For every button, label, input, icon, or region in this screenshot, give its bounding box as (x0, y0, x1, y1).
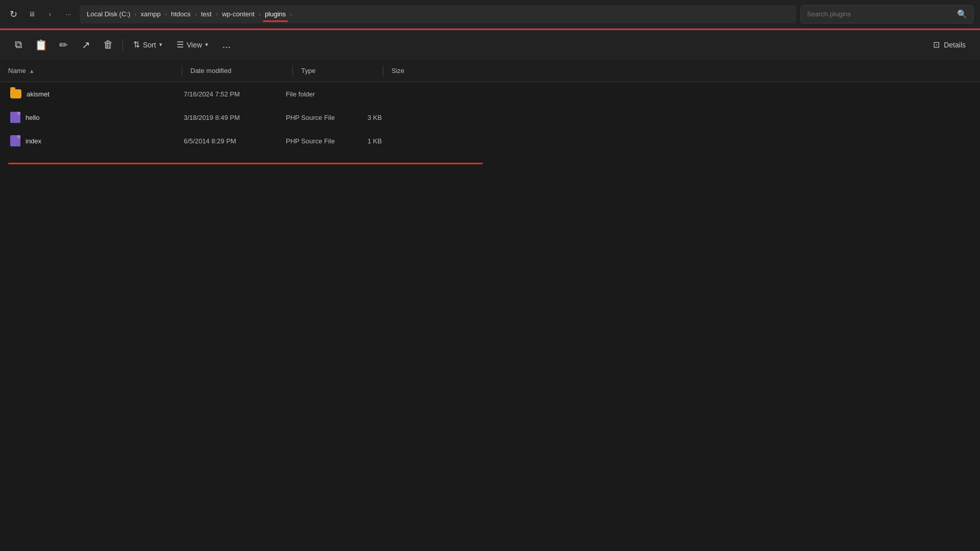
breadcrumb-sep-3: › (215, 10, 219, 18)
file-type-cell: PHP Source File (286, 137, 368, 145)
file-name-cell: index (10, 135, 184, 146)
toolbar: ⧉ 📋 ✏ ↗ 🗑 ⇅ Sort ▾ ☰ View ▾ ... ⊡ Detail… (0, 30, 980, 60)
share-button[interactable]: ↗ (76, 35, 96, 55)
sort-button[interactable]: ⇅ Sort ▾ (127, 35, 168, 55)
more-options-button[interactable]: ... (216, 35, 237, 55)
col-header-type[interactable]: Type (301, 67, 383, 74)
refresh-button[interactable]: ↻ (6, 7, 20, 21)
breadcrumb-sep-4: › (258, 10, 262, 18)
file-date-cell: 6/5/2014 8:29 PM (184, 137, 286, 145)
sort-chevron-icon: ▾ (159, 41, 162, 48)
more-icon: ... (222, 39, 231, 51)
file-size-cell: 3 KB (368, 114, 429, 121)
file-type-cell: File folder (286, 90, 368, 98)
file-size-cell: 1 KB (368, 137, 429, 145)
view-chevron-icon: ▾ (205, 41, 208, 48)
body-red-underline (8, 163, 483, 164)
col-header-date[interactable]: Date modified (190, 67, 292, 74)
rename-icon: ✏ (59, 39, 68, 51)
col-divider-1 (182, 66, 182, 76)
copy-icon: ⧉ (15, 39, 22, 51)
view-icon: ☰ (177, 40, 184, 49)
search-input[interactable] (807, 10, 953, 18)
breadcrumb-sep-0: › (133, 10, 137, 18)
search-icon: 🔍 (957, 9, 967, 19)
breadcrumb-sep-2: › (193, 10, 198, 18)
body-red-line-container (0, 153, 980, 164)
sort-arrow-icon: ▲ (29, 68, 35, 74)
breadcrumb-xampp[interactable]: xampp (139, 9, 163, 19)
view-label: View (187, 41, 202, 49)
sort-icon: ⇅ (133, 40, 140, 49)
file-name-cell: hello (10, 112, 184, 123)
monitor-icon[interactable]: 🖥 (24, 7, 39, 21)
col-divider-2 (292, 66, 293, 76)
breadcrumb-wp-content[interactable]: wp-content (220, 9, 257, 19)
share-icon: ↗ (82, 39, 90, 51)
breadcrumb-local-disk[interactable]: Local Disk (C:) (85, 9, 132, 19)
breadcrumb-sep-5: › (289, 10, 293, 18)
col-name-label: Name (8, 67, 26, 74)
table-row[interactable]: akismet 7/16/2024 7:52 PM File folder (2, 83, 978, 105)
breadcrumb-bar: Local Disk (C:) › xampp › htdocs › test … (80, 5, 796, 23)
delete-button[interactable]: 🗑 (98, 35, 118, 55)
php-file-icon (10, 112, 20, 123)
titlebar: ↻ 🖥 › ··· Local Disk (C:) › xampp › htdo… (0, 0, 980, 29)
file-date-cell: 3/18/2019 8:49 PM (184, 114, 286, 121)
breadcrumb-plugins[interactable]: plugins (263, 9, 288, 19)
file-name-label: hello (26, 114, 39, 121)
table-row[interactable]: index 6/5/2014 8:29 PM PHP Source File 1… (2, 130, 978, 152)
folder-icon (10, 89, 21, 98)
file-type-cell: PHP Source File (286, 114, 368, 121)
file-date-cell: 7/16/2024 7:52 PM (184, 90, 286, 98)
file-list-header: Name ▲ Date modified Type Size (0, 60, 980, 82)
sort-label: Sort (143, 41, 156, 49)
trash-icon: 🗑 (103, 39, 113, 51)
breadcrumb-sep-1: › (164, 10, 168, 18)
table-row[interactable]: hello 3/18/2019 8:49 PM PHP Source File … (2, 106, 978, 129)
details-label: Details (944, 41, 966, 49)
col-header-name[interactable]: Name ▲ (8, 67, 182, 74)
chevron-right-icon: › (43, 7, 57, 21)
paste-button[interactable]: 📋 (31, 35, 51, 55)
details-icon: ⊡ (933, 40, 940, 49)
copy-button[interactable]: ⧉ (8, 35, 29, 55)
paste-icon: 📋 (35, 39, 47, 51)
col-divider-3 (383, 66, 383, 76)
view-button[interactable]: ☰ View ▾ (170, 35, 214, 55)
toolbar-sep-1 (122, 39, 123, 51)
file-name-label: index (26, 137, 41, 145)
col-header-size[interactable]: Size (391, 67, 453, 74)
php-file-icon (10, 135, 20, 146)
search-bar: 🔍 (800, 5, 974, 23)
details-button[interactable]: ⊡ Details (927, 35, 972, 55)
more-nav-icon[interactable]: ··· (61, 7, 76, 21)
file-name-label: akismet (27, 90, 50, 98)
breadcrumb-test[interactable]: test (199, 9, 214, 19)
rename-button[interactable]: ✏ (53, 35, 74, 55)
file-list-container: Name ▲ Date modified Type Size akismet 7… (0, 60, 980, 551)
breadcrumb-htdocs[interactable]: htdocs (169, 9, 192, 19)
file-name-cell: akismet (10, 89, 184, 98)
